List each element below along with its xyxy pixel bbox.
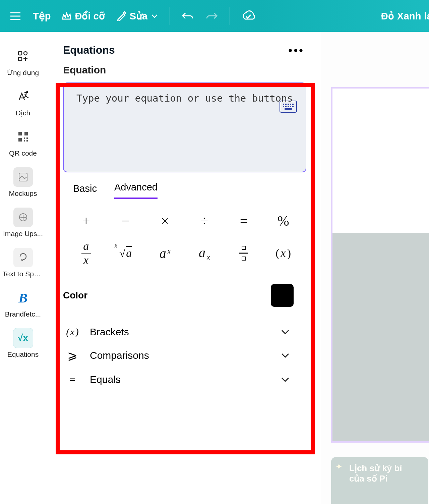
operator-grid: + − × ÷ = % a x x √a ax <box>63 199 306 269</box>
chevron-down-icon <box>281 377 290 382</box>
op-divide[interactable]: ÷ <box>189 209 220 233</box>
cloud-check-icon <box>241 10 255 22</box>
undo-button[interactable] <box>181 0 194 32</box>
svg-rect-3 <box>18 132 22 135</box>
sync-button[interactable] <box>241 0 255 32</box>
equals-icon: = <box>63 373 82 386</box>
rail-translate[interactable]: Dịch <box>0 87 46 117</box>
rail-imageupscale[interactable]: Image Ups... <box>0 208 46 238</box>
color-label: Color <box>63 290 87 301</box>
resize-button[interactable]: Đổi cỡ <box>62 0 105 32</box>
redo-icon <box>205 11 218 21</box>
canvas-area: ✕ ✦ Lịch sử kỳ bí của số Pi <box>321 32 429 504</box>
svg-rect-9 <box>26 140 28 142</box>
brackets-icon: (x) <box>63 326 82 338</box>
tab-basic[interactable]: Basic <box>73 183 97 199</box>
apps-icon <box>13 47 33 66</box>
svg-rect-4 <box>24 132 28 135</box>
undo-icon <box>181 11 194 21</box>
chevron-down-icon <box>281 353 290 358</box>
rail-apps[interactable]: Ứng dụng <box>0 47 46 77</box>
color-picker[interactable] <box>271 284 294 307</box>
op-parentheses[interactable]: (x) <box>268 241 298 265</box>
svg-rect-12 <box>242 246 245 249</box>
file-menu[interactable]: Tệp <box>33 0 51 32</box>
panel-title: Equations <box>63 44 115 56</box>
keyboard-toggle-button[interactable] <box>280 101 297 113</box>
op-subscript[interactable]: ax <box>189 241 220 265</box>
imageupscale-icon <box>13 208 33 227</box>
rail-qrcode[interactable]: QR code <box>0 127 46 157</box>
file-label: Tệp <box>33 10 51 22</box>
equations-panel: Equations ••• Equation Basic Advanced + … <box>46 32 321 504</box>
rail-brandfetch[interactable]: B Brandfetc... <box>0 288 46 318</box>
op-percent[interactable]: % <box>268 209 298 233</box>
equation-input[interactable] <box>76 93 293 162</box>
svg-rect-8 <box>24 140 25 142</box>
op-minus[interactable]: − <box>111 209 141 233</box>
op-equals[interactable]: = <box>229 209 259 233</box>
svg-rect-5 <box>18 138 22 142</box>
op-fraction[interactable]: a x <box>71 241 101 265</box>
op-nthroot[interactable]: x √a <box>111 241 141 265</box>
redo-button[interactable] <box>205 0 218 32</box>
chevron-down-icon <box>151 14 158 18</box>
group-equals[interactable]: = Equals <box>63 373 300 386</box>
pencil-icon <box>116 11 126 21</box>
svg-rect-14 <box>242 257 245 260</box>
divider <box>230 7 230 25</box>
qrcode-icon <box>13 127 33 147</box>
edit-menu[interactable]: Sửa <box>116 0 158 32</box>
crown-icon <box>62 12 71 20</box>
translate-icon <box>13 87 33 106</box>
op-stackfraction[interactable] <box>229 241 259 265</box>
svg-rect-2 <box>18 57 22 61</box>
chevron-down-icon <box>281 329 290 335</box>
equation-input-container <box>63 82 306 172</box>
op-times[interactable]: × <box>150 209 180 233</box>
rail-equations[interactable]: √x Equations <box>0 328 46 358</box>
svg-rect-0 <box>18 52 22 55</box>
rail-tts[interactable]: Text to Spe... <box>0 248 46 278</box>
rail-mockups[interactable]: Mockups <box>0 167 46 198</box>
canvas-dimmer-overlay <box>321 32 429 504</box>
equations-icon: √x <box>13 328 33 348</box>
panel-subtitle: Equation <box>46 60 321 76</box>
op-power[interactable]: ax <box>150 241 180 265</box>
top-toolbar: Tệp Đổi cỡ Sửa Đỏ Xanh lá <box>0 0 429 32</box>
equation-tabs: Basic Advanced <box>63 172 306 199</box>
divider <box>170 7 170 25</box>
svg-rect-6 <box>24 137 25 139</box>
brandfetch-icon: B <box>13 288 33 307</box>
comparisons-icon: ⩾ <box>63 348 82 362</box>
edit-label: Sửa <box>130 10 147 22</box>
tab-advanced[interactable]: Advanced <box>114 182 158 199</box>
hamburger-button[interactable] <box>9 0 21 32</box>
group-comparisons[interactable]: ⩾ Comparisons <box>63 348 300 362</box>
app-rail: Ứng dụng Dịch QR code Mockups Image Ups.… <box>0 32 46 504</box>
document-name[interactable]: Đỏ Xanh lá <box>381 10 429 22</box>
svg-point-1 <box>24 52 27 55</box>
mockups-icon <box>13 167 33 187</box>
resize-label: Đổi cỡ <box>75 10 105 22</box>
tts-icon <box>13 248 33 267</box>
svg-rect-7 <box>26 137 28 139</box>
op-plus[interactable]: + <box>71 209 101 233</box>
group-brackets[interactable]: (x) Brackets <box>63 326 300 338</box>
